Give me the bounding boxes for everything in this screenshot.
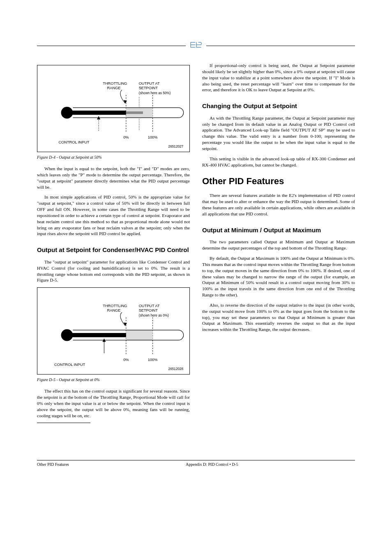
fig4-zero: 0% [123, 135, 129, 139]
right-p8: There are several features available in … [202, 192, 355, 217]
right-column: If proportional-only control is being us… [202, 62, 355, 439]
top-rule [37, 41, 355, 50]
svg-text:THROTTLING
            RANGE: THROTTLING RANGE [103, 81, 128, 90]
figure-d4-caption: Figure D-4 - Output at Setpoint at 50% [37, 155, 190, 160]
fig5-shown: (shown here as 0%) [139, 314, 169, 317]
svg-rect-8 [70, 111, 126, 115]
right-p11: Also, to reverse the direction of the ou… [202, 302, 355, 333]
heading-changing-output: Changing the Output at Setpoint [202, 102, 355, 110]
footer-middle: Appendix D: PID Control • D-5 [186, 462, 238, 467]
fig5-code: 26512028 [168, 368, 184, 371]
figure-d5-caption: Figure D-5 - Output at Setpoint at 0% [37, 377, 190, 383]
brand-logo [188, 41, 204, 50]
left-p2: In most simple applications of PID contr… [37, 194, 190, 237]
svg-text:THROTTLING
            RANGE: THROTTLING RANGE [103, 304, 128, 312]
left-p1: When the input is equal to the setpoint,… [37, 166, 190, 190]
fig4-output-1: OUTPUT AT [139, 81, 160, 86]
footer-left: Other PID Features [37, 462, 69, 467]
fig4-code: 26512027 [168, 145, 184, 148]
left-p3: The "output at setpoint" parameter for a… [37, 259, 190, 283]
svg-text:OUTPUT AT
            SETPOINT: OUTPUT AT SETPOINT [139, 81, 161, 90]
left-column: THROTTLING RANGE OUTPUT AT SETPOINT (sho… [37, 62, 190, 439]
fig5-zero: 0% [123, 358, 129, 362]
fig5-hundred: 100% [148, 358, 158, 362]
svg-rect-9 [126, 111, 143, 114]
fig4-hundred: 100% [148, 135, 158, 139]
svg-text:OUTPUT AT
            SETPOINT: OUTPUT AT SETPOINT [139, 304, 161, 312]
page-footer: Other PID Features Appendix D: PID Contr… [37, 460, 355, 467]
right-p7: This setting is visible in the advanced … [202, 156, 355, 168]
fig4-throttling-2: RANGE [107, 86, 121, 90]
right-p10: By default, the Output at Maximum is 100… [202, 255, 355, 298]
figure-d4: THROTTLING RANGE OUTPUT AT SETPOINT (sho… [37, 65, 190, 152]
svg-rect-17 [126, 330, 153, 340]
right-p9: The two parameters called Output at Mini… [202, 239, 355, 251]
fig4-shown: (shown here as 50%) [139, 91, 171, 95]
right-p5: If proportional-only control is being us… [202, 62, 355, 93]
heading-other-pid: Other PID Features [202, 176, 355, 187]
heading-output-min-max: Output at Minimum / Output at Maximum [202, 226, 355, 234]
heading-output-setpoint-condenser: Output at Setpoint for Condenser/HVAC PI… [37, 246, 190, 254]
fig4-throttling-1: THROTTLING [103, 81, 127, 86]
svg-rect-19 [70, 333, 126, 337]
right-p6: As with the Throttling Range parameter, … [202, 115, 355, 152]
fig4-output-2: SETPOINT [139, 86, 158, 90]
footnote-rule [37, 423, 90, 423]
fig5-control: CONTROL INPUT [54, 363, 85, 367]
fig4-control: CONTROL INPUT [58, 140, 89, 144]
figure-d5: THROTTLING RANGE OUTPUT AT SETPOINT (sho… [37, 287, 190, 375]
left-p4: The effect this has on the control outpu… [37, 388, 190, 419]
